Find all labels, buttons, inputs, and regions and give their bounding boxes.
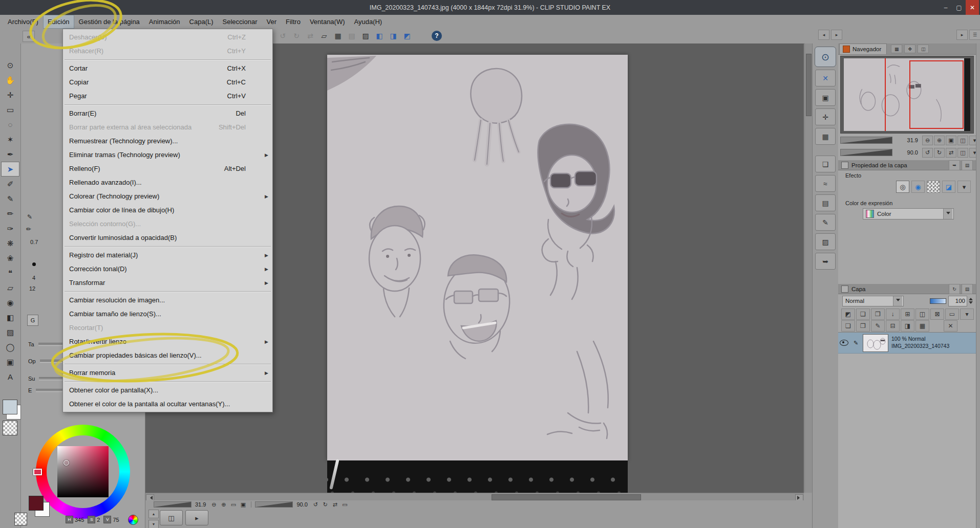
- selection-new-icon[interactable]: ◧: [373, 30, 386, 42]
- object-tool[interactable]: ➤: [1, 162, 19, 177]
- edit-menu-item[interactable]: Copiar Ctrl+C: [63, 75, 272, 89]
- subview-tab-icon[interactable]: ▦: [891, 45, 902, 53]
- airbrush-tool[interactable]: ❋: [1, 236, 19, 251]
- nav-actual-size-button[interactable]: ◫: [957, 136, 968, 145]
- collapse-left-panel-button[interactable]: «: [23, 31, 35, 42]
- menu-archivo[interactable]: Archivo(F): [3, 15, 43, 29]
- footer-scroll-down-button[interactable]: ▼: [148, 520, 159, 528]
- two-pane-button[interactable]: ▦: [915, 320, 929, 332]
- combine-button[interactable]: ⊟: [886, 320, 900, 332]
- nav-rotate-ccw-button[interactable]: ↺: [922, 148, 933, 158]
- palette-color-button[interactable]: ◩: [841, 309, 855, 320]
- edit-menu-item[interactable]: Pegar Ctrl+V: [63, 89, 272, 103]
- edit-menu-item[interactable]: Recortar(T): [63, 321, 272, 335]
- edit-menu-item[interactable]: Borrar memoria ▶: [63, 366, 272, 380]
- lock-layer-button[interactable]: ⊠: [930, 309, 944, 320]
- panel-menu-icon[interactable]: ▤: [962, 160, 973, 170]
- maximize-button[interactable]: ▢: [952, 0, 966, 15]
- close-button[interactable]: ✕: [966, 0, 979, 15]
- dock-grid-button[interactable]: ▦: [815, 128, 836, 145]
- clip-to-layer-button[interactable]: ❏: [841, 320, 855, 332]
- status-fit-screen-button[interactable]: ▭: [229, 501, 238, 508]
- edit-menu-item[interactable]: Relleno(F) Alt+Del: [63, 162, 272, 175]
- transparent-color-button[interactable]: [14, 513, 27, 525]
- edit-menu-item[interactable]: Colorear (Technology preview) ▶: [63, 189, 272, 203]
- edit-menu-item[interactable]: Eliminar tramas (Technology preview) ▶: [63, 148, 272, 162]
- lasso-select-tool[interactable]: ◌: [1, 117, 19, 132]
- dock-export-button[interactable]: ➥: [815, 253, 836, 270]
- edit-menu-item[interactable]: Obtener color de pantalla(X)...: [63, 383, 272, 397]
- status-rotate-ccw-button[interactable]: ↺: [311, 501, 320, 508]
- nav-fit-screen-button[interactable]: ▣: [946, 136, 956, 145]
- edit-menu-item[interactable]: [63, 245, 272, 248]
- quick-access-tab-icon[interactable]: ✥: [904, 45, 915, 53]
- divide-frame-button[interactable]: ◨: [901, 320, 914, 332]
- subtool-pencil-icon[interactable]: ✏: [26, 226, 31, 233]
- edit-menu-item[interactable]: Cambiar propiedades básicas del lienzo(V…: [63, 348, 272, 362]
- g-toggle-button[interactable]: G: [27, 315, 38, 326]
- status-rotate-cw-button[interactable]: ↻: [321, 501, 330, 508]
- menu-ventana[interactable]: Ventana(W): [305, 15, 350, 29]
- panel-splitter[interactable]: [976, 43, 980, 528]
- edit-menu-item[interactable]: Registro del material(J) ▶: [63, 248, 272, 262]
- gradient-tool[interactable]: ▨: [1, 325, 19, 340]
- color-set-button[interactable]: [128, 515, 138, 525]
- menu-animacion[interactable]: Animación: [144, 15, 185, 29]
- reference-layer-button[interactable]: ❐: [856, 320, 870, 332]
- mask-button[interactable]: ◫: [915, 309, 929, 320]
- opacity-mini-bar[interactable]: [930, 298, 946, 304]
- new-raster-layer-button[interactable]: ❏: [856, 309, 870, 320]
- menu-capa[interactable]: Capa(L): [185, 15, 218, 29]
- transparent-color-swatch[interactable]: [3, 421, 17, 435]
- dropdown-arrow-icon[interactable]: [943, 209, 952, 219]
- layer-thumbnail[interactable]: [863, 334, 888, 352]
- edit-menu-item[interactable]: Rotar/invertir lienzo ▶: [63, 335, 272, 348]
- main-color-swatch[interactable]: [3, 400, 17, 414]
- transform-icon[interactable]: ▱: [318, 30, 330, 42]
- navigator-thumbnail[interactable]: [840, 56, 974, 134]
- blend-mode-dropdown[interactable]: Normal: [842, 296, 904, 306]
- text-tool[interactable]: A: [1, 369, 19, 384]
- border-effect-button[interactable]: ◎: [896, 181, 909, 193]
- edit-menu-item[interactable]: Rellenado avanzado(I)...: [63, 175, 272, 189]
- dock-item-bank-button[interactable]: ▣: [815, 89, 836, 106]
- dock-material-button[interactable]: ▤: [815, 194, 836, 211]
- edit-menu-item[interactable]: Cortar Ctrl+X: [63, 61, 272, 75]
- timeline-button[interactable]: ◫: [160, 510, 183, 525]
- nav-zoom-out-button[interactable]: ⊖: [922, 136, 933, 145]
- nav-rotate-cw-button[interactable]: ↻: [934, 148, 945, 158]
- status-zoom-in-button[interactable]: ⊕: [219, 501, 228, 508]
- dock-move-button[interactable]: ✛: [815, 108, 836, 125]
- expression-color-dropdown[interactable]: Color: [863, 208, 954, 219]
- current-color-swatch[interactable]: [29, 496, 44, 511]
- screentone-icon[interactable]: ▨: [359, 30, 372, 42]
- panel-shortcut-icon[interactable]: ➥: [949, 160, 960, 170]
- saturation-value-square[interactable]: [57, 446, 109, 497]
- brush-tool[interactable]: ✑: [1, 221, 19, 236]
- edit-menu-item[interactable]: Borrar(E) Del: [63, 106, 272, 120]
- edit-menu-item[interactable]: Cambiar tamaño de lienzo(S)...: [63, 307, 272, 321]
- menu-ayuda[interactable]: Ayuda(H): [350, 15, 387, 29]
- vertical-scrollbar[interactable]: [804, 43, 812, 493]
- auto-select-tool[interactable]: ✶: [1, 132, 19, 147]
- footer-scroll-up-button[interactable]: ▲: [148, 510, 159, 518]
- dock-pen-settings-button[interactable]: ✎: [815, 214, 836, 231]
- menu-ver[interactable]: Ver: [262, 15, 281, 29]
- horizontal-scrollbar[interactable]: [145, 493, 804, 501]
- navigator-rotate-slider[interactable]: [840, 149, 892, 156]
- opacity-field[interactable]: 100: [948, 296, 967, 306]
- navigator-zoom-slider[interactable]: [840, 137, 892, 144]
- edit-menu-item[interactable]: Cambiar color de línea de dibujo(H): [63, 203, 272, 217]
- minimize-button[interactable]: –: [939, 0, 952, 15]
- dock-stroke-button[interactable]: ≈: [815, 175, 836, 192]
- redo-icon[interactable]: ↻: [290, 30, 303, 42]
- blend-tool[interactable]: ◉: [1, 295, 19, 310]
- status-actual-size-button[interactable]: ▣: [239, 501, 247, 508]
- hand-tool[interactable]: ✋: [1, 73, 19, 87]
- edit-menu-item[interactable]: Remuestrear (Technology preview)...: [63, 134, 272, 148]
- move-tool[interactable]: ✛: [1, 87, 19, 102]
- layer-search-icon[interactable]: ↻: [949, 284, 960, 294]
- status-rotate-reset-button[interactable]: ▭: [340, 501, 349, 508]
- stepper-down-icon[interactable]: [969, 301, 973, 306]
- flip-view-icon[interactable]: ⇄: [304, 30, 316, 42]
